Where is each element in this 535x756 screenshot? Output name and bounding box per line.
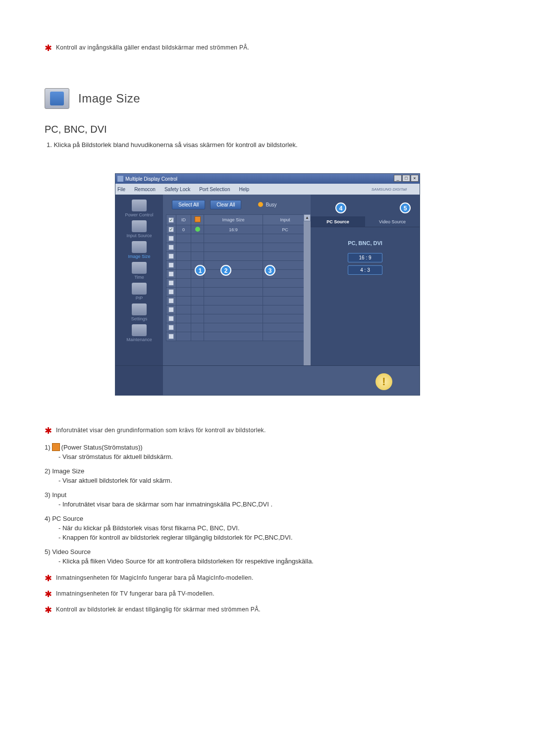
item3-label: 3) Input bbox=[45, 491, 490, 499]
end-note-1-text: Inmatningsenheten för MagicInfo fungerar… bbox=[56, 574, 254, 581]
maximize-button[interactable]: □ bbox=[402, 175, 410, 182]
sidebar-item-power-control[interactable]: Power Control bbox=[115, 198, 163, 218]
sidebar-label: Maintenance bbox=[115, 337, 163, 342]
sidebar-item-image-size[interactable]: Image Size bbox=[115, 239, 163, 260]
table-area: ID Image Size Input 0 16:9 PC bbox=[163, 214, 311, 341]
tab-video-source[interactable]: Video Source bbox=[365, 216, 420, 227]
section-header: Image Size bbox=[45, 88, 490, 109]
item4-label: 4) PC Source bbox=[45, 515, 490, 522]
desc-item-2: 2) Image Size - Visar aktuell bildstorle… bbox=[45, 467, 490, 484]
display-table: ID Image Size Input 0 16:9 PC bbox=[166, 214, 308, 341]
tab-pc-source[interactable]: PC Source bbox=[311, 216, 365, 227]
scroll-up-button[interactable]: ▲ bbox=[304, 214, 311, 221]
item4-sub2: - Knappen för kontroll av bildstorlek re… bbox=[58, 534, 490, 541]
row-checkbox[interactable] bbox=[168, 227, 174, 232]
window-title: Multiple Display Control bbox=[125, 176, 177, 182]
maintenance-icon bbox=[132, 324, 147, 336]
subheading: PC, BNC, DVI bbox=[45, 124, 490, 135]
status-green-icon bbox=[195, 227, 200, 232]
sidebar-label: Input Source bbox=[115, 233, 163, 238]
callout-1: 1 bbox=[195, 265, 206, 276]
panel-controls: Select All Clear All Busy bbox=[163, 195, 311, 214]
window-content: Power Control Input Source Image Size Ti… bbox=[115, 195, 420, 365]
star-icon: ✱ bbox=[45, 426, 52, 436]
callout-4: 4 bbox=[335, 202, 346, 213]
middle-panel: Select All Clear All Busy ID Image Size bbox=[163, 195, 311, 365]
end-note-1: ✱ Inmatningsenheten för MagicInfo funger… bbox=[45, 573, 490, 584]
power-control-icon bbox=[132, 200, 147, 211]
sidebar-item-pip[interactable]: PIP bbox=[115, 281, 163, 302]
item2-sub: - Visar aktuell bildstorlek för vald skä… bbox=[58, 477, 490, 484]
item5-label: 5) Video Source bbox=[45, 548, 490, 555]
menu-safety-lock[interactable]: Safety Lock bbox=[164, 187, 190, 192]
item1-num: 1) bbox=[45, 444, 51, 451]
star-icon: ✱ bbox=[45, 589, 52, 599]
sidebar-item-time[interactable]: Time bbox=[115, 260, 163, 281]
sidebar-label: Settings bbox=[115, 316, 163, 321]
sidebar-label: Time bbox=[115, 275, 163, 280]
scrollbar[interactable]: ▲ bbox=[304, 214, 311, 365]
menu-port-selection[interactable]: Port Selection bbox=[199, 187, 230, 192]
window-bottom: ! bbox=[115, 365, 420, 395]
item5-sub: - Klicka på fliken Video Source för att … bbox=[58, 557, 490, 565]
sidebar-label: Power Control bbox=[115, 212, 163, 217]
menu-file[interactable]: File bbox=[117, 187, 125, 192]
menu-help[interactable]: Help bbox=[239, 187, 249, 192]
desc-item-3: 3) Input - Inforutnätet visar bara de sk… bbox=[45, 491, 490, 508]
desc-item-5: 5) Video Source - Klicka på fliken Video… bbox=[45, 548, 490, 565]
step-1-text: 1. Klicka på Bildstorlek bland huvudikon… bbox=[47, 141, 490, 149]
sidebar-label: PIP bbox=[115, 296, 163, 301]
col-check[interactable] bbox=[166, 215, 176, 225]
star-icon: ✱ bbox=[45, 573, 52, 583]
cell-id: 0 bbox=[176, 225, 191, 234]
item2-label: 2) Image Size bbox=[45, 467, 490, 475]
select-all-button[interactable]: Select All bbox=[172, 200, 205, 209]
app-window: Multiple Display Control _ □ × File Remo… bbox=[115, 173, 420, 396]
end-notes: ✱ Inmatningsenheten för MagicInfo funger… bbox=[45, 573, 490, 615]
image-size-nav-icon bbox=[132, 241, 147, 253]
pip-icon bbox=[132, 283, 147, 295]
image-size-icon bbox=[45, 88, 69, 109]
ratio-4-3-button[interactable]: 4 : 3 bbox=[348, 265, 382, 275]
end-note-2-text: Inmatningsenheten för TV fungerar bara p… bbox=[56, 590, 214, 597]
callout-5: 5 bbox=[400, 202, 411, 213]
alert-icon: ! bbox=[375, 373, 392, 390]
star-icon: ✱ bbox=[45, 605, 52, 615]
intro-note-text: Kontroll av ingångskälla gäller endast b… bbox=[56, 44, 249, 51]
settings-icon bbox=[132, 303, 147, 315]
col-image-size: Image Size bbox=[204, 215, 263, 225]
callout-2: 2 bbox=[220, 265, 231, 276]
col-id: ID bbox=[176, 215, 191, 225]
description-list: 1) (Power Status(Strömstatus)) - Visar s… bbox=[45, 443, 490, 565]
minimize-button[interactable]: _ bbox=[394, 175, 402, 182]
section-title: Image Size bbox=[78, 92, 140, 105]
close-button[interactable]: × bbox=[411, 175, 419, 182]
info-note: ✱ Inforutnätet visar den grundinformatio… bbox=[45, 425, 490, 436]
right-panel: PC Source Video Source PC, BNC, DVI 16 :… bbox=[311, 195, 420, 365]
desc-item-4: 4) PC Source - När du klickar på Bildsto… bbox=[45, 515, 490, 541]
menubar: File Remocon Safety Lock Port Selection … bbox=[115, 184, 420, 195]
table-row[interactable]: 0 16:9 PC bbox=[166, 225, 308, 234]
cell-image-size: 16:9 bbox=[204, 225, 263, 234]
sidebar-label: Image Size bbox=[115, 254, 163, 259]
mode-label: PC, BNC, DVI bbox=[311, 240, 420, 246]
cell-input: PC bbox=[263, 225, 308, 234]
sidebar-item-maintenance[interactable]: Maintenance bbox=[115, 322, 163, 343]
titlebar-icon bbox=[117, 176, 123, 182]
sidebar: Power Control Input Source Image Size Ti… bbox=[115, 195, 163, 365]
col-input: Input bbox=[263, 215, 308, 225]
ratio-16-9-button[interactable]: 16 : 9 bbox=[348, 253, 382, 262]
time-icon bbox=[132, 262, 147, 274]
cell-status bbox=[191, 225, 204, 234]
menu-remocon[interactable]: Remocon bbox=[134, 187, 156, 192]
item3-sub: - Inforutnätet visar bara de skärmar som… bbox=[58, 501, 490, 508]
end-note-2: ✱ Inmatningsenheten för TV fungerar bara… bbox=[45, 589, 490, 600]
end-note-3-text: Kontroll av bildstorlek är endast tillgä… bbox=[56, 606, 261, 613]
brand-label: SAMSUNG DIGITall bbox=[372, 187, 407, 192]
sidebar-item-settings[interactable]: Settings bbox=[115, 302, 163, 322]
intro-note: ✱ Kontroll av ingångskälla gäller endast… bbox=[45, 43, 490, 53]
sidebar-item-input-source[interactable]: Input Source bbox=[115, 218, 163, 239]
busy-label: Busy bbox=[266, 202, 276, 207]
desc-item-1: 1) (Power Status(Strömstatus)) - Visar s… bbox=[45, 443, 490, 460]
clear-all-button[interactable]: Clear All bbox=[210, 200, 241, 209]
